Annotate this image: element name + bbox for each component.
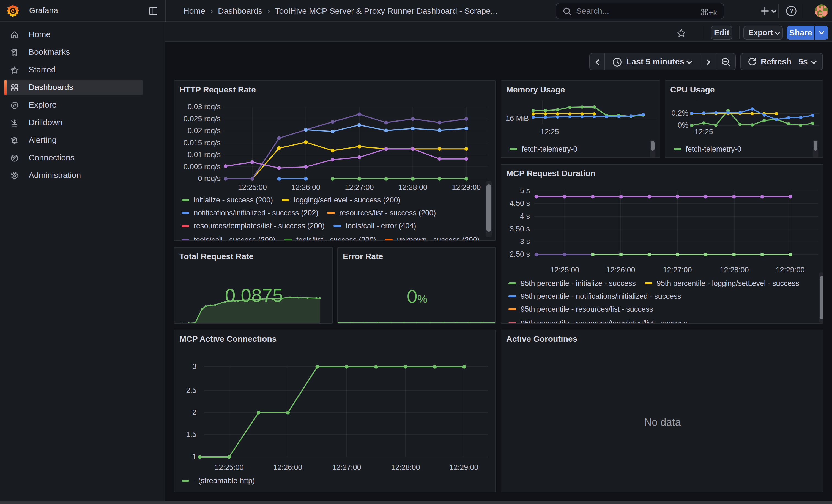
svg-text:?: ? [789, 7, 793, 15]
